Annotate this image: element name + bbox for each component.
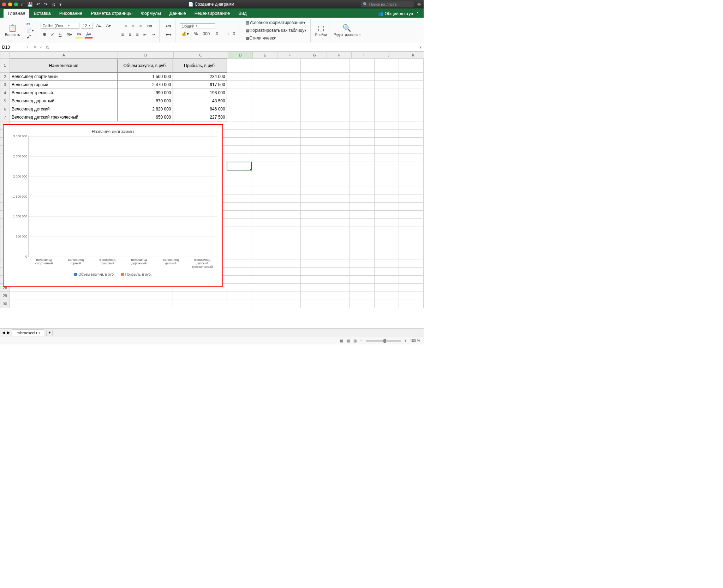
cell-B4[interactable]: 990 000 xyxy=(117,89,173,97)
cell-J19[interactable] xyxy=(375,211,399,219)
cell-D9[interactable] xyxy=(227,130,252,138)
tab-данные[interactable]: Данные xyxy=(165,9,190,18)
cell-I21[interactable] xyxy=(350,227,375,235)
cell-D18[interactable] xyxy=(227,203,252,211)
decrease-font-icon[interactable]: A▾ xyxy=(104,22,113,29)
cell-J12[interactable] xyxy=(375,154,399,162)
cell-H23[interactable] xyxy=(325,243,350,251)
cell-K27[interactable] xyxy=(399,276,424,284)
cell-J8[interactable] xyxy=(375,121,399,130)
cell-G1[interactable] xyxy=(301,59,325,73)
cell-D26[interactable] xyxy=(227,268,252,276)
cell-E3[interactable] xyxy=(251,81,276,89)
increase-decimal-icon[interactable]: .0→ xyxy=(213,30,224,37)
cell-I13[interactable] xyxy=(350,162,375,170)
cell-A2[interactable]: Велосипед спортивный xyxy=(10,73,117,81)
cell-D19[interactable] xyxy=(227,211,252,219)
cell-G12[interactable] xyxy=(301,154,325,162)
cell-K26[interactable] xyxy=(399,268,424,276)
save-icon[interactable]: 💾 xyxy=(27,2,33,7)
align-center-icon[interactable]: ≡ xyxy=(127,31,133,38)
cell-D24[interactable] xyxy=(227,251,252,259)
cell-F26[interactable] xyxy=(276,268,301,276)
expand-formula-bar-icon[interactable]: ▾ xyxy=(417,45,424,50)
select-all-corner[interactable] xyxy=(0,52,10,59)
cell-J2[interactable] xyxy=(375,73,399,81)
cell-G9[interactable] xyxy=(301,130,325,138)
cell-K6[interactable] xyxy=(399,105,424,113)
cell-I19[interactable] xyxy=(350,211,375,219)
cell-A7[interactable]: Велосипед детский трехколесный xyxy=(10,113,117,121)
column-header-G[interactable]: G xyxy=(302,52,327,59)
cell-D1[interactable] xyxy=(227,59,252,73)
cell-D29[interactable] xyxy=(227,292,252,300)
cell-J10[interactable] xyxy=(375,138,399,146)
cell-G10[interactable] xyxy=(301,138,325,146)
cell-H22[interactable] xyxy=(325,235,350,243)
cell-H14[interactable] xyxy=(325,170,350,178)
cell-F30[interactable] xyxy=(276,300,301,308)
cell-G23[interactable] xyxy=(301,243,325,251)
cell-I16[interactable] xyxy=(350,186,375,194)
cell-E27[interactable] xyxy=(251,276,276,284)
cell-I25[interactable] xyxy=(350,259,375,268)
column-header-C[interactable]: C xyxy=(174,52,228,59)
cell-K1[interactable] xyxy=(399,59,424,73)
column-header-A[interactable]: A xyxy=(10,52,118,59)
cell-J5[interactable] xyxy=(375,97,399,105)
row-header-1[interactable]: 1 xyxy=(0,59,10,73)
cell-G22[interactable] xyxy=(301,235,325,243)
cell-F18[interactable] xyxy=(276,203,301,211)
cell-H1[interactable] xyxy=(325,59,350,73)
cell-B29[interactable] xyxy=(117,292,173,300)
cell-E7[interactable] xyxy=(251,113,276,121)
chart-object[interactable]: Название диаграммы 0500 0001 000 0001 50… xyxy=(3,124,223,287)
cell-F22[interactable] xyxy=(276,235,301,243)
cell-A4[interactable]: Велосипед трековый xyxy=(10,89,117,97)
format-as-table-button[interactable]: ▦ Форматировать как таблицу ▾ xyxy=(244,27,308,34)
name-box[interactable]: D13 xyxy=(0,44,30,50)
zoom-out-icon[interactable]: − xyxy=(360,339,362,343)
align-left-icon[interactable]: ≡ xyxy=(119,31,125,38)
cell-A1[interactable]: Наименование xyxy=(10,59,117,73)
currency-icon[interactable]: 💰▾ xyxy=(180,30,191,37)
cell-G27[interactable] xyxy=(301,276,325,284)
font-color-icon[interactable]: A▾ xyxy=(84,31,93,38)
font-size-select[interactable]: 12 xyxy=(81,23,93,29)
fill-color-icon[interactable]: ◊▾ xyxy=(75,31,83,38)
cell-E17[interactable] xyxy=(251,194,276,203)
cell-E24[interactable] xyxy=(251,251,276,259)
cell-K15[interactable] xyxy=(399,178,424,186)
minimize-icon[interactable] xyxy=(8,2,12,6)
cell-K4[interactable] xyxy=(399,89,424,97)
cell-I12[interactable] xyxy=(350,154,375,162)
cell-I23[interactable] xyxy=(350,243,375,251)
cell-K9[interactable] xyxy=(399,130,424,138)
cell-F27[interactable] xyxy=(276,276,301,284)
cell-J25[interactable] xyxy=(375,259,399,268)
cell-J23[interactable] xyxy=(375,243,399,251)
cell-H16[interactable] xyxy=(325,186,350,194)
cell-A30[interactable] xyxy=(10,300,117,308)
cell-D3[interactable] xyxy=(227,81,252,89)
cell-K13[interactable] xyxy=(399,162,424,170)
cell-H5[interactable] xyxy=(325,97,350,105)
cell-D12[interactable] xyxy=(227,154,252,162)
cell-G7[interactable] xyxy=(301,113,325,121)
add-sheet-button[interactable]: + xyxy=(46,330,53,336)
cell-G11[interactable] xyxy=(301,146,325,154)
borders-icon[interactable]: ⊞▾ xyxy=(65,31,74,38)
cell-G5[interactable] xyxy=(301,97,325,105)
align-middle-icon[interactable]: ≡ xyxy=(130,23,136,30)
cell-H28[interactable] xyxy=(325,284,350,292)
cell-K10[interactable] xyxy=(399,138,424,146)
next-sheet-icon[interactable]: ▶ xyxy=(7,330,10,335)
cell-H11[interactable] xyxy=(325,146,350,154)
cell-G17[interactable] xyxy=(301,194,325,203)
cell-F21[interactable] xyxy=(276,227,301,235)
cell-D2[interactable] xyxy=(227,73,252,81)
cell-D20[interactable] xyxy=(227,219,252,227)
cell-E6[interactable] xyxy=(251,105,276,113)
cell-H29[interactable] xyxy=(325,292,350,300)
cell-J1[interactable] xyxy=(375,59,399,73)
